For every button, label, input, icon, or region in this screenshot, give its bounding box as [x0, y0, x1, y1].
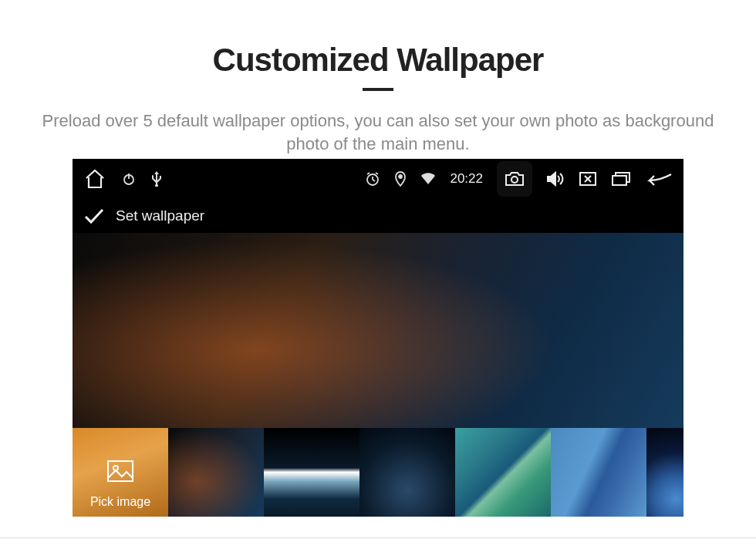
system-nav-bar: 20:22 [73, 159, 683, 199]
close-window-icon[interactable] [579, 171, 597, 187]
back-icon[interactable] [645, 171, 673, 187]
image-icon [106, 460, 134, 486]
svg-point-8 [511, 177, 518, 183]
clock-time: 20:22 [450, 171, 483, 187]
screen-title-row: Set wallpaper [73, 199, 683, 233]
wallpaper-thumb-2[interactable] [264, 428, 359, 517]
screenshot-button[interactable] [497, 161, 532, 197]
svg-line-5 [367, 173, 370, 174]
device-screenshot: 20:22 [73, 159, 683, 517]
wifi-icon[interactable] [420, 173, 436, 185]
wallpaper-preview[interactable] [73, 233, 683, 428]
wallpaper-thumbnail-row[interactable]: Pick image [73, 428, 683, 517]
home-icon[interactable] [83, 168, 106, 190]
wallpaper-thumb-3[interactable] [359, 428, 455, 517]
page-description: Preload over 5 default wallpaper options… [28, 109, 728, 155]
power-icon[interactable] [122, 172, 136, 186]
pick-image-label: Pick image [73, 495, 168, 509]
usb-icon[interactable] [151, 171, 162, 187]
wallpaper-thumb-4[interactable] [455, 428, 551, 517]
wallpaper-thumb-5[interactable] [551, 428, 646, 517]
volume-icon[interactable] [546, 170, 565, 187]
screen-title: Set wallpaper [116, 207, 204, 224]
alarm-icon[interactable] [365, 171, 380, 187]
recent-apps-icon[interactable] [611, 171, 631, 187]
wallpaper-thumb-6[interactable] [646, 428, 683, 517]
svg-line-6 [376, 173, 378, 174]
divider [0, 537, 756, 538]
page-title: Customized Wallpaper [0, 42, 756, 79]
svg-rect-12 [613, 176, 626, 185]
location-icon[interactable] [394, 171, 407, 187]
svg-rect-13 [108, 461, 133, 481]
camera-icon [505, 170, 525, 187]
check-icon[interactable] [83, 207, 105, 224]
svg-line-4 [373, 180, 375, 181]
title-underline [363, 88, 393, 91]
pick-image-button[interactable]: Pick image [73, 428, 168, 517]
svg-point-7 [399, 175, 402, 178]
wallpaper-thumb-1[interactable] [168, 428, 264, 517]
